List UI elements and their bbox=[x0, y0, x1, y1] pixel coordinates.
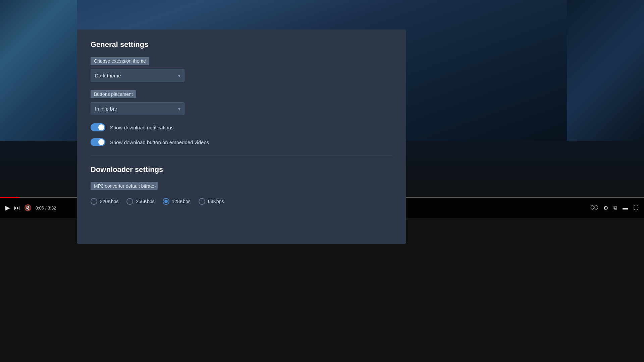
embedded-toggle[interactable] bbox=[91, 138, 105, 146]
theme-select[interactable]: Dark theme Light theme System default bbox=[91, 69, 184, 82]
notifications-toggle-thumb bbox=[98, 124, 104, 130]
placement-select[interactable]: In info bar Below video Toolbar bbox=[91, 102, 184, 115]
bitrate-64-radio bbox=[199, 198, 205, 205]
bitrate-320-option[interactable]: 320Kbps bbox=[91, 198, 118, 205]
embedded-toggle-label: Show download button on embedded videos bbox=[110, 139, 209, 145]
bitrate-128-label: 128Kbps bbox=[172, 199, 191, 204]
settings-modal: General settings Choose extension theme … bbox=[77, 29, 406, 244]
bitrate-256-label: 256Kbps bbox=[136, 199, 154, 204]
embedded-toggle-row: Show download button on embedded videos bbox=[91, 138, 392, 146]
bitrate-320-label: 320Kbps bbox=[100, 199, 118, 204]
bitrate-320-radio bbox=[91, 198, 97, 205]
bitrate-64-label: 64Kbps bbox=[208, 199, 224, 204]
bitrate-field-label: MP3 converter default bitrate bbox=[91, 182, 158, 190]
bitrate-128-option[interactable]: 128Kbps bbox=[163, 198, 191, 205]
placement-field-label: Buttons placement bbox=[91, 90, 136, 98]
theme-field-label: Choose extension theme bbox=[91, 57, 149, 65]
notifications-toggle-label: Show download notifications bbox=[110, 125, 173, 130]
bitrate-128-radio bbox=[163, 198, 169, 205]
placement-select-wrapper: In info bar Below video Toolbar ▾ bbox=[91, 102, 184, 115]
embedded-toggle-track bbox=[91, 138, 105, 146]
modal-overlay: General settings Choose extension theme … bbox=[0, 0, 644, 362]
notifications-toggle-track bbox=[91, 123, 105, 131]
bitrate-radio-group: 320Kbps 256Kbps 128Kbps 64Kbps bbox=[91, 198, 392, 205]
embedded-toggle-thumb bbox=[98, 139, 104, 145]
bitrate-64-option[interactable]: 64Kbps bbox=[199, 198, 224, 205]
theme-select-wrapper: Dark theme Light theme System default ▾ bbox=[91, 69, 184, 82]
bitrate-256-option[interactable]: 256Kbps bbox=[126, 198, 154, 205]
general-settings-title: General settings bbox=[91, 40, 392, 49]
bitrate-256-radio bbox=[126, 198, 133, 205]
notifications-toggle-row: Show download notifications bbox=[91, 123, 392, 131]
notifications-toggle[interactable] bbox=[91, 123, 105, 131]
section-divider bbox=[91, 156, 392, 156]
downloader-settings-title: Downloader settings bbox=[91, 165, 392, 174]
